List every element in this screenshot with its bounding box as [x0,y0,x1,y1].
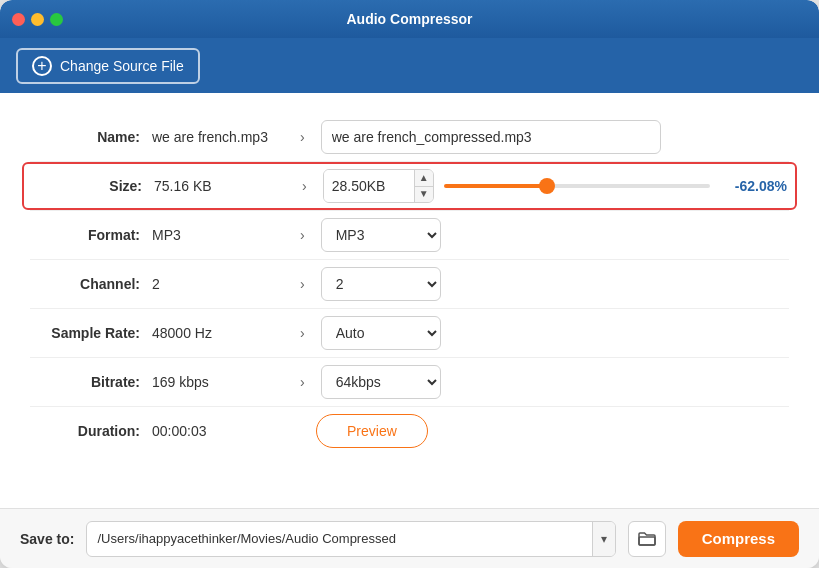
format-label: Format: [30,227,140,243]
folder-icon [638,531,656,547]
app-title: Audio Compressor [346,11,472,27]
size-slider-wrap: -62.08% [444,178,787,194]
traffic-lights [12,13,63,26]
format-source-value: MP3 [140,227,300,243]
size-label: Size: [32,178,142,194]
folder-button[interactable] [628,521,666,557]
name-source-value: we are french.mp3 [140,129,300,145]
bitrate-label: Bitrate: [30,374,140,390]
save-path-wrap: /Users/ihappyacethinker/Movies/Audio Com… [86,521,615,557]
format-control: MP3 AAC WAV FLAC OGG [321,218,789,252]
sample-rate-row: Sample Rate: 48000 Hz › Auto 44100 Hz 48… [30,309,789,357]
channel-row: Channel: 2 › 2 1 [30,260,789,308]
name-control [321,120,789,154]
preview-button[interactable]: Preview [316,414,428,448]
bitrate-arrow-icon: › [300,374,305,390]
name-output-input[interactable] [321,120,661,154]
path-dropdown-button[interactable]: ▾ [592,522,615,556]
name-label: Name: [30,129,140,145]
sample-rate-label: Sample Rate: [30,325,140,341]
compress-button[interactable]: Compress [678,521,799,557]
minimize-button[interactable] [31,13,44,26]
name-arrow-icon: › [300,129,305,145]
format-select[interactable]: MP3 AAC WAV FLAC OGG [321,218,441,252]
size-spinner-up[interactable]: ▲ [415,170,433,187]
sample-rate-control: Auto 44100 Hz 48000 Hz 22050 Hz [321,316,789,350]
format-arrow-icon: › [300,227,305,243]
size-percent: -62.08% [722,178,787,194]
sample-rate-source-value: 48000 Hz [140,325,300,341]
size-slider[interactable] [444,184,710,188]
bitrate-row: Bitrate: 169 kbps › 64kbps 128kbps 192kb… [30,358,789,406]
footer: Save to: /Users/ihappyacethinker/Movies/… [0,508,819,568]
change-source-button[interactable]: + Change Source File [16,48,200,84]
duration-row: Duration: 00:00:03 Preview [30,407,789,455]
channel-source-value: 2 [140,276,300,292]
title-bar: Audio Compressor [0,0,819,38]
duration-label: Duration: [30,423,140,439]
size-arrow-icon: › [302,178,307,194]
change-source-label: Change Source File [60,58,184,74]
size-spinner-input[interactable] [324,170,414,202]
format-row: Format: MP3 › MP3 AAC WAV FLAC OGG [30,211,789,259]
bitrate-control: 64kbps 128kbps 192kbps 256kbps 320kbps [321,365,789,399]
channel-arrow-icon: › [300,276,305,292]
save-to-label: Save to: [20,531,74,547]
channel-control: 2 1 [321,267,789,301]
size-source-value: 75.16 KB [142,178,302,194]
save-path-text: /Users/ihappyacethinker/Movies/Audio Com… [87,531,591,546]
maximize-button[interactable] [50,13,63,26]
bitrate-select[interactable]: 64kbps 128kbps 192kbps 256kbps 320kbps [321,365,441,399]
duration-source-value: 00:00:03 [140,423,300,439]
size-spinner-buttons: ▲ ▼ [414,170,433,202]
duration-control: Preview [316,414,789,448]
sample-rate-select[interactable]: Auto 44100 Hz 48000 Hz 22050 Hz [321,316,441,350]
size-row: Size: 75.16 KB › ▲ ▼ -62.08% [22,162,797,210]
size-spinner-down[interactable]: ▼ [415,187,433,203]
toolbar: + Change Source File [0,38,819,93]
bitrate-source-value: 169 kbps [140,374,300,390]
size-spinner: ▲ ▼ [323,169,434,203]
main-content: Name: we are french.mp3 › Size: 75.16 KB… [0,93,819,508]
channel-select[interactable]: 2 1 [321,267,441,301]
name-row: Name: we are french.mp3 › [30,113,789,161]
svg-rect-0 [639,537,655,545]
size-control: ▲ ▼ -62.08% [323,169,787,203]
close-button[interactable] [12,13,25,26]
plus-icon: + [32,56,52,76]
sample-rate-arrow-icon: › [300,325,305,341]
channel-label: Channel: [30,276,140,292]
